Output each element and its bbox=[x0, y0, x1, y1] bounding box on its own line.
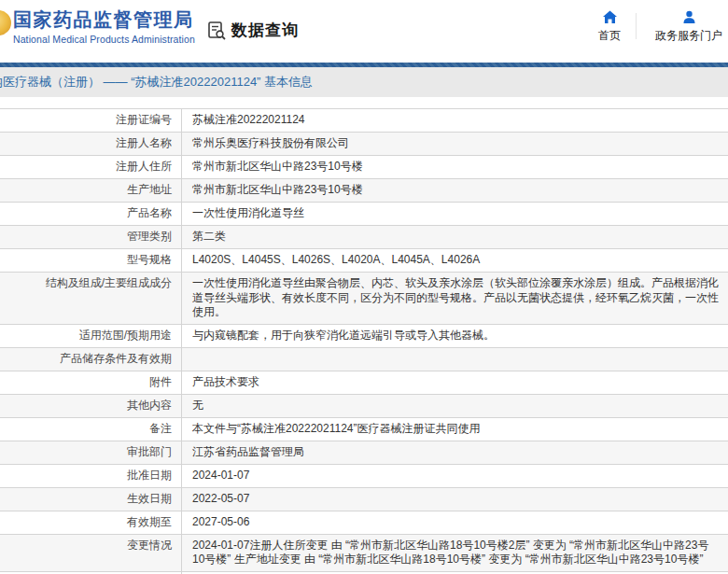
table-row: 结构及组成/主要组成成分一次性使用消化道导丝由聚合物层、内芯、软头及亲水涂层（软… bbox=[0, 273, 728, 325]
row-value: 常州市新北区华山中路23号10号楼 bbox=[181, 179, 728, 202]
table-row: 注册人名称常州乐奥医疗科技股份有限公司 bbox=[0, 133, 728, 156]
table-row: 其他内容无 bbox=[0, 395, 728, 418]
row-label: 生效日期 bbox=[0, 488, 181, 511]
header: 国家药品监督管理局 National Medical Products Admi… bbox=[0, 0, 728, 63]
row-label: 有效期至 bbox=[0, 511, 181, 534]
row-value: 常州乐奥医疗科技股份有限公司 bbox=[181, 133, 728, 155]
table-row: 有效期至2027-05-06 bbox=[0, 511, 728, 535]
table-row: 附件产品技术要求 bbox=[0, 371, 728, 395]
table-row: 审批部门江苏省药品监督管理局 bbox=[0, 441, 728, 465]
row-label: 适用范围/预期用途 bbox=[0, 325, 181, 347]
doc-search-icon bbox=[207, 21, 227, 40]
table-row: 备注本文件与“苏械注准20222021124”医疗器械注册证共同使用 bbox=[0, 418, 728, 441]
row-value: 一次性使用消化道导丝 bbox=[181, 203, 728, 225]
nav-home-label: 首页 bbox=[598, 28, 621, 44]
logo-title: 国家药品监督管理局 bbox=[13, 8, 195, 31]
row-value: 江苏省药品监督管理局 bbox=[181, 441, 728, 464]
row-label: 产品储存条件及有效期 bbox=[0, 348, 181, 371]
page-title: 境内医疗器械（注册） —— “苏械注准20222021124” 基本信息 bbox=[0, 74, 313, 91]
row-label: 审批部门 bbox=[0, 441, 181, 464]
page: 国家药品监督管理局 National Medical Products Admi… bbox=[0, 0, 728, 574]
row-value bbox=[181, 348, 728, 371]
row-label: 批准日期 bbox=[0, 465, 181, 487]
row-label: 其他内容 bbox=[0, 395, 181, 417]
row-label: 生产地址 bbox=[0, 179, 181, 202]
row-label: 产品名称 bbox=[0, 203, 181, 225]
table-row: 变更情况2024-01-07注册人住所变更 由 “常州市新北区华山路18号10号… bbox=[0, 535, 728, 572]
row-value: L4020S、L4045S、L4026S、L4020A、L4045A、L4026… bbox=[181, 249, 728, 272]
table-row: 管理类别第二类 bbox=[0, 226, 728, 249]
table-row: 注册人住所常州市新北区华山中路23号10号楼 bbox=[0, 156, 728, 179]
row-label: 管理类别 bbox=[0, 226, 181, 248]
row-label: 结构及组成/主要组成成分 bbox=[0, 273, 181, 324]
nav-portal[interactable]: 政务服务门户 bbox=[655, 10, 722, 44]
table-row: 适用范围/预期用途与内窥镜配套，用于向狭窄消化道远端引导或导入其他器械。 bbox=[0, 325, 728, 348]
person-icon bbox=[681, 10, 697, 24]
row-value: 2022-05-07 bbox=[181, 488, 728, 511]
logo-subtitle: National Medical Products Administration bbox=[13, 33, 195, 46]
table-row: 生产地址常州市新北区华山中路23号10号楼 bbox=[0, 179, 728, 203]
nav-portal-label: 政务服务门户 bbox=[655, 28, 722, 44]
row-value: 2027-05-06 bbox=[181, 511, 728, 534]
row-label: 注册人名称 bbox=[0, 133, 181, 155]
row-value: 与内窥镜配套，用于向狭窄消化道远端引导或导入其他器械。 bbox=[181, 325, 728, 347]
info-table: 注册证编号苏械注准20222021124注册人名称常州乐奥医疗科技股份有限公司注… bbox=[0, 108, 728, 574]
row-label: 注册证编号 bbox=[0, 109, 181, 132]
nmpa-emblem-icon bbox=[0, 10, 11, 35]
logo: 国家药品监督管理局 National Medical Products Admi… bbox=[13, 8, 195, 46]
row-label: 注册人住所 bbox=[0, 156, 181, 178]
row-value: 常州市新北区华山中路23号10号楼 bbox=[181, 156, 728, 178]
row-label: 附件 bbox=[0, 371, 181, 394]
table-row: 生效日期2022-05-07 bbox=[0, 488, 728, 511]
table-row: 产品储存条件及有效期 bbox=[0, 348, 728, 371]
breadcrumb-bar: 境内医疗器械（注册） —— “苏械注准20222021124” 基本信息 bbox=[0, 67, 728, 97]
data-query-title: 数据查询 bbox=[231, 20, 299, 41]
nav-home[interactable]: 首页 bbox=[598, 10, 621, 44]
table-row: 产品名称一次性使用消化道导丝 bbox=[0, 203, 728, 226]
top-nav: 首页 政务服务门户 bbox=[598, 10, 722, 44]
table-row: 注册证编号苏械注准20222021124 bbox=[0, 109, 728, 133]
home-icon bbox=[602, 10, 618, 24]
nav-divider bbox=[636, 13, 637, 39]
table-row: 批准日期2024-01-07 bbox=[0, 465, 728, 488]
row-value: 本文件与“苏械注准20222021124”医疗器械注册证共同使用 bbox=[181, 418, 728, 441]
row-value: 2024-01-07 bbox=[181, 465, 728, 487]
row-value: 一次性使用消化道导丝由聚合物层、内芯、软头及亲水涂层（软头部位涂覆亲水涂层）组成… bbox=[181, 273, 728, 324]
spacer bbox=[0, 97, 728, 108]
row-value: 产品技术要求 bbox=[181, 371, 728, 394]
row-value: 苏械注准20222021124 bbox=[181, 109, 728, 132]
data-query-heading: 数据查询 bbox=[207, 20, 299, 41]
row-value: 无 bbox=[181, 395, 728, 417]
row-value: 2024-01-07注册人住所变更 由 “常州市新北区华山路18号10号楼2层”… bbox=[181, 535, 728, 571]
row-label: 备注 bbox=[0, 418, 181, 441]
row-label: 型号规格 bbox=[0, 249, 181, 272]
table-row: 型号规格L4020S、L4045S、L4026S、L4020A、L4045A、L… bbox=[0, 249, 728, 273]
row-value: 第二类 bbox=[181, 226, 728, 248]
row-label: 变更情况 bbox=[0, 535, 181, 571]
